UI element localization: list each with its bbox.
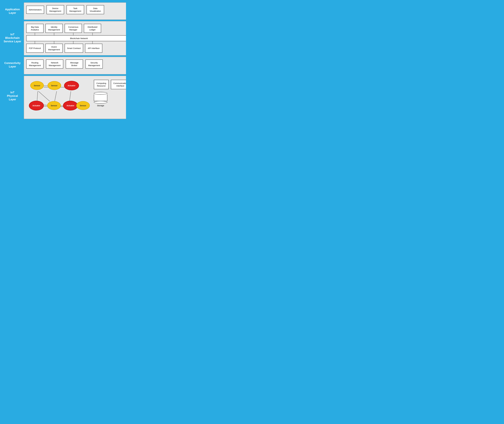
sensor-3: Sensor [47, 101, 61, 110]
physical-right: ComputingResource CommunicationInterface… [91, 78, 126, 107]
sidebar: Application Layer IoT Blockchain Service… [2, 2, 22, 119]
app-item-task-management: TaskManagement [67, 5, 84, 14]
blockchain-network-box: Blockchain Network [26, 35, 126, 41]
top-connectors [26, 33, 126, 35]
sidebar-label-application: Application Layer [2, 2, 22, 20]
layers-container: Administrators DeviceManagement TaskMana… [24, 2, 126, 119]
app-item-device-management: DeviceManagement [47, 5, 64, 14]
blockchain-distributed-ledger: DistributedLedger [84, 24, 101, 33]
conn-security: SecurityManagement [86, 60, 103, 69]
actuator-3: Actuator [63, 101, 78, 111]
connectivity-layer-content: RoutingManagement NetworkManagement Mess… [26, 60, 126, 69]
cyl-top [94, 92, 107, 95]
cyl-bottom [94, 101, 107, 104]
svg-line-8 [69, 91, 71, 101]
blockchain-top-row: Big DataAnalytics IdentityManagement Con… [26, 24, 126, 33]
connector-1 [26, 33, 44, 35]
physical-right-top: ComputingResource CommunicationInterface [94, 80, 126, 89]
blockchain-big-data: Big DataAnalytics [26, 24, 44, 33]
conn-network: NetworkManagement [46, 60, 63, 69]
svg-line-4 [38, 91, 50, 101]
blockchain-api: API Interface [85, 44, 102, 53]
computing-resource: ComputingResource [94, 80, 109, 89]
sidebar-label-connectivity: Connectivity Layer [2, 56, 22, 74]
physical-left: Sensor Sensor Actuator Actuator Sensor A… [26, 78, 91, 116]
connectivity-layer-panel: RoutingManagement NetworkManagement Mess… [24, 57, 126, 74]
sensor-2: Sensor [48, 81, 61, 90]
app-item-administrators: Administrators [26, 6, 44, 14]
sidebar-label-physical: IoT Physical Layer [2, 75, 22, 117]
blockchain-layer-panel: Big DataAnalytics IdentityManagement Con… [24, 21, 126, 56]
physical-layer-panel: Sensor Sensor Actuator Actuator Sensor A… [24, 76, 126, 119]
diagram-wrapper: Application Layer IoT Blockchain Service… [2, 2, 124, 119]
sensor-4: Sensor [76, 101, 90, 110]
blockchain-smart-contract: Smart Contract [65, 44, 83, 53]
connector-b1 [26, 41, 44, 44]
actuator-2: Actuator [29, 101, 44, 111]
sensor-1: Sensor [30, 81, 44, 90]
conn-message: MessageBroker [66, 60, 83, 69]
connector-4 [84, 33, 101, 35]
blockchain-layer-content: Big DataAnalytics IdentityManagement Con… [26, 24, 126, 53]
blockchain-consensus: ConsensusManager [65, 24, 82, 33]
app-item-data-visualization: DataVisualization [87, 5, 104, 14]
application-layer-panel: Administrators DeviceManagement TaskMana… [24, 2, 126, 20]
actuator-1: Actuator [64, 81, 79, 90]
application-layer-content: Administrators DeviceManagement TaskMana… [26, 5, 126, 14]
connector-b4 [84, 41, 101, 44]
physical-layer-content: Sensor Sensor Actuator Actuator Sensor A… [26, 78, 126, 116]
blockchain-bottom-row: P2P Protocol EventManagement Smart Contr… [26, 44, 126, 53]
storage-label: Storage [97, 104, 104, 107]
blockchain-network-row: Blockchain Network [26, 35, 126, 41]
cyl-body [94, 94, 107, 101]
bottom-connectors [26, 41, 126, 44]
blockchain-identity: IdentityManagement [45, 24, 63, 33]
blockchain-p2p: P2P Protocol [26, 44, 44, 53]
svg-line-9 [55, 91, 57, 101]
communication-interface: CommunicationInterface [111, 80, 126, 89]
connector-b3 [65, 41, 82, 44]
connector-3 [65, 33, 82, 35]
storage-cylinder: Storage [94, 92, 107, 107]
connector-2 [45, 33, 63, 35]
svg-line-3 [37, 91, 38, 101]
blockchain-event: EventManagement [45, 44, 63, 53]
sidebar-label-blockchain: IoT Blockchain Service Layer [2, 21, 22, 55]
connector-b2 [45, 41, 63, 44]
conn-routing: RoutingManagement [26, 60, 44, 69]
